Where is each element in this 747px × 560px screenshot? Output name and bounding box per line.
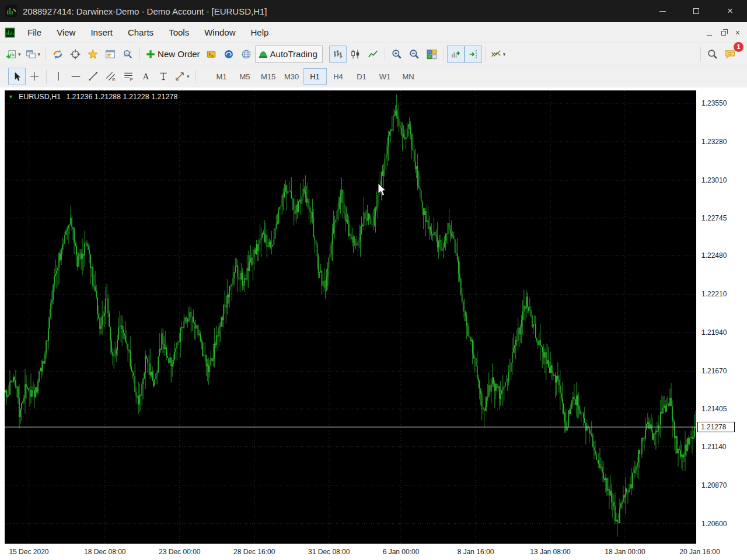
arrows-icon (158, 71, 169, 82)
indicators-button[interactable]: ▾ (488, 46, 508, 63)
chart-document-icon (5, 27, 15, 38)
time-axis-label: 6 Jan 00:00 (383, 548, 420, 556)
timeframe-button-d1[interactable]: D1 (350, 68, 374, 85)
line-chart-button[interactable] (364, 46, 382, 63)
chart-shift-button[interactable] (465, 46, 482, 63)
price-axis-label: 1.20870 (701, 481, 727, 489)
minimize-button[interactable] (645, 0, 679, 22)
toolbar-separator (195, 69, 196, 83)
autotrading-icon (258, 49, 268, 60)
timeframe-button-m5[interactable]: M5 (233, 68, 257, 85)
new-order-label: New Order (158, 49, 200, 59)
collapse-arrow-icon[interactable]: ▼ (8, 94, 13, 100)
timeframe-button-h1[interactable]: H1 (303, 68, 327, 85)
mdi-restore-button[interactable] (721, 28, 726, 37)
data-window-button[interactable] (67, 46, 84, 63)
chat-button[interactable]: 1 (721, 46, 739, 63)
navigator-button[interactable] (84, 46, 102, 63)
close-icon: × (727, 5, 733, 17)
zoom-in-button[interactable] (388, 46, 406, 63)
bar-chart-icon (333, 49, 343, 60)
metaeditor-button[interactable] (203, 46, 220, 63)
chart-ohlc-values: 1.21236 1.21288 1.21228 1.21278 (66, 93, 177, 101)
time-axis-label: 18 Dec 08:00 (84, 548, 125, 556)
crosshair-button[interactable] (26, 68, 43, 85)
terminal-button[interactable] (102, 46, 119, 63)
arrows-button[interactable] (155, 68, 172, 85)
close-button[interactable]: × (713, 0, 747, 22)
dropdown-arrow-icon[interactable]: ▾ (187, 74, 190, 79)
timeframe-button-m1[interactable]: M1 (210, 68, 233, 85)
search-button[interactable] (704, 46, 721, 63)
chart-plot[interactable]: ▼ EURUSD,H1 1.21236 1.21288 1.21228 1.21… (5, 90, 696, 544)
terminal-icon (105, 49, 116, 60)
indicators-icon (491, 49, 501, 60)
candlestick-chart-button[interactable] (347, 46, 364, 63)
price-axis-label: 1.23550 (701, 99, 727, 107)
search-icon (707, 49, 718, 60)
chat-bubble-icon (725, 49, 735, 60)
bar-chart-button[interactable] (329, 46, 347, 63)
mdi-minimize-button[interactable] (707, 28, 712, 37)
window-controls: × (645, 0, 747, 22)
timeframe-button-w1[interactable]: W1 (374, 68, 397, 85)
minimize-icon (659, 11, 666, 12)
menu-item-file[interactable]: File (20, 27, 49, 37)
svg-text:F: F (130, 77, 133, 82)
current-price-label: 1.21278 (697, 422, 735, 432)
shapes-button[interactable]: ▾ (172, 68, 192, 85)
fibonacci-button[interactable]: F (120, 68, 137, 85)
price-axis-label: 1.22210 (701, 290, 727, 298)
market-globe-button[interactable] (238, 46, 255, 63)
menu-item-window[interactable]: Window (197, 27, 243, 37)
trendline-button[interactable] (85, 68, 102, 85)
cursor-button[interactable] (8, 68, 26, 85)
timeframe-button-m30[interactable]: M30 (280, 68, 303, 85)
zoom-out-button[interactable] (406, 46, 423, 63)
chart-window: ▼ EURUSD,H1 1.21236 1.21288 1.21228 1.21… (0, 88, 747, 560)
text-button[interactable]: A (137, 68, 155, 85)
equidistant-channel-button[interactable]: E (102, 68, 120, 85)
price-axis-label: 1.22480 (701, 251, 727, 260)
price-axis-label: 1.22745 (701, 214, 727, 222)
toolbar-separator (139, 47, 140, 61)
auto-scroll-button[interactable] (447, 46, 465, 63)
mql5-community-button[interactable] (220, 46, 238, 63)
price-axis[interactable]: 1.235501.232801.230101.227451.224801.222… (696, 88, 747, 544)
strategy-tester-button[interactable] (119, 46, 137, 63)
menu-item-insert[interactable]: Insert (83, 27, 120, 37)
horizontal-line-button[interactable] (67, 68, 85, 85)
vertical-line-icon (53, 71, 64, 82)
toolbar-separator (700, 47, 701, 61)
timeframe-button-m15[interactable]: M15 (257, 68, 280, 85)
new-order-button[interactable]: New Order (143, 46, 203, 63)
menu-bar: FileViewInsertChartsToolsWindowHelp × (0, 22, 747, 43)
autotrading-button[interactable]: AutoTrading (255, 46, 323, 63)
toolbar-separator (444, 47, 444, 61)
mdi-close-button[interactable]: × (735, 28, 740, 37)
timeframe-button-h4[interactable]: H4 (327, 68, 350, 85)
price-axis-label: 1.23010 (701, 176, 727, 184)
menu-item-help[interactable]: Help (243, 27, 277, 37)
dropdown-arrow-icon[interactable]: ▾ (503, 51, 506, 57)
tile-windows-button[interactable] (423, 46, 441, 63)
star-icon (88, 49, 98, 60)
new-chart-button[interactable]: ▾ (4, 46, 23, 63)
vertical-line-button[interactable] (50, 68, 67, 85)
globe-icon (241, 49, 252, 60)
timeframe-button-mn[interactable]: MN (397, 68, 420, 85)
tile-windows-icon (427, 49, 437, 60)
dropdown-arrow-icon[interactable]: ▾ (18, 51, 21, 57)
cursor-arrow-icon (12, 71, 22, 82)
profiles-button[interactable]: ▾ (23, 46, 43, 63)
menu-item-view[interactable]: View (49, 27, 83, 37)
market-watch-button[interactable] (49, 46, 67, 63)
chart-shift-icon (468, 49, 479, 60)
mql5-icon (224, 49, 234, 60)
menu-item-tools[interactable]: Tools (161, 27, 197, 37)
price-axis-label: 1.21940 (701, 328, 727, 337)
time-axis[interactable]: 15 Dec 202018 Dec 08:0023 Dec 00:0028 De… (0, 544, 747, 560)
menu-item-charts[interactable]: Charts (120, 27, 161, 37)
maximize-button[interactable] (679, 0, 713, 22)
dropdown-arrow-icon[interactable]: ▾ (38, 51, 41, 57)
